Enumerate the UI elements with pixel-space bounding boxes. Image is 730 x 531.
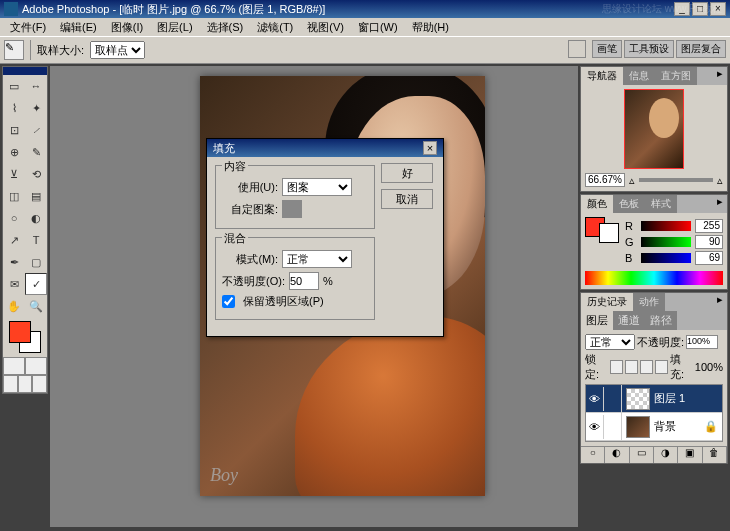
- color-bg-swatch[interactable]: [599, 223, 619, 243]
- opt-tab-layercomp[interactable]: 图层复合: [676, 40, 726, 58]
- tab-styles[interactable]: 样式: [645, 195, 677, 213]
- menu-image[interactable]: 图像(I): [105, 19, 149, 36]
- mode-select[interactable]: 正常: [282, 250, 352, 268]
- panel-menu-icon[interactable]: ▸: [713, 195, 727, 213]
- b-value[interactable]: 69: [695, 251, 723, 265]
- tool-zoom[interactable]: 🔍: [25, 295, 47, 317]
- sample-point-select[interactable]: 取样点: [90, 41, 145, 59]
- lock-pos-icon[interactable]: [640, 360, 653, 374]
- cancel-button[interactable]: 取消: [381, 189, 433, 209]
- tool-gradient[interactable]: ▤: [25, 185, 47, 207]
- layer-row[interactable]: 👁 背景 🔒: [586, 413, 722, 441]
- menu-layer[interactable]: 图层(L): [151, 19, 198, 36]
- r-slider[interactable]: [641, 221, 691, 231]
- nav-thumbnail[interactable]: [624, 89, 684, 169]
- tool-hand[interactable]: ✋: [3, 295, 25, 317]
- lock-all-icon[interactable]: [655, 360, 668, 374]
- layer-fx-icon[interactable]: ○: [581, 447, 605, 463]
- zoom-in-icon[interactable]: ▵: [717, 174, 723, 187]
- ok-button[interactable]: 好: [381, 163, 433, 183]
- menu-window[interactable]: 窗口(W): [352, 19, 404, 36]
- screen-standard[interactable]: [3, 375, 18, 393]
- subtab-paths[interactable]: 路径: [645, 311, 677, 330]
- tool-blur[interactable]: ○: [3, 207, 25, 229]
- tool-eyedrop[interactable]: ✓: [25, 273, 47, 295]
- tool-path[interactable]: ↗: [3, 229, 25, 251]
- menu-filter[interactable]: 滤镜(T): [251, 19, 299, 36]
- color-spectrum[interactable]: [585, 271, 723, 285]
- r-value[interactable]: 255: [695, 219, 723, 233]
- tool-dodge[interactable]: ◐: [25, 207, 47, 229]
- lock-trans-icon[interactable]: [610, 360, 623, 374]
- tool-type[interactable]: T: [25, 229, 47, 251]
- tab-history[interactable]: 历史记录: [581, 293, 633, 311]
- link-area[interactable]: [604, 385, 622, 412]
- panel-menu-icon[interactable]: ▸: [713, 67, 727, 85]
- link-area[interactable]: [604, 413, 622, 440]
- tool-stamp[interactable]: ⊻: [3, 163, 25, 185]
- tab-color[interactable]: 颜色: [581, 195, 613, 213]
- new-layer-icon[interactable]: ▣: [678, 447, 702, 463]
- tool-history[interactable]: ⟲: [25, 163, 47, 185]
- screen-full-menu[interactable]: [18, 375, 33, 393]
- mode-quickmask[interactable]: [25, 357, 47, 375]
- tool-pen[interactable]: ✒: [3, 251, 25, 273]
- tool-heal[interactable]: ⊕: [3, 141, 25, 163]
- fg-color-swatch[interactable]: [9, 321, 31, 343]
- layer-mask-icon[interactable]: ◐: [605, 447, 629, 463]
- layer-thumbnail[interactable]: [626, 416, 650, 438]
- menu-select[interactable]: 选择(S): [201, 19, 250, 36]
- tool-shape[interactable]: ▢: [25, 251, 47, 273]
- tool-eraser[interactable]: ◫: [3, 185, 25, 207]
- eye-icon[interactable]: 👁: [586, 415, 604, 439]
- b-slider[interactable]: [641, 253, 691, 263]
- tool-wand[interactable]: ✦: [25, 97, 47, 119]
- layer-name[interactable]: 图层 1: [654, 391, 685, 406]
- tab-actions[interactable]: 动作: [633, 293, 665, 311]
- layer-name[interactable]: 背景: [654, 419, 676, 434]
- adj-layer-icon[interactable]: ◑: [654, 447, 678, 463]
- zoom-out-icon[interactable]: ▵: [629, 174, 635, 187]
- blend-mode-select[interactable]: 正常: [585, 334, 635, 350]
- tool-marquee[interactable]: ▭: [3, 75, 25, 97]
- eye-icon[interactable]: 👁: [586, 387, 604, 411]
- tab-histogram[interactable]: 直方图: [655, 67, 697, 85]
- toolbox-grip[interactable]: [3, 67, 47, 75]
- subtab-channels[interactable]: 通道: [613, 311, 645, 330]
- menu-help[interactable]: 帮助(H): [406, 19, 455, 36]
- dialog-close-icon[interactable]: ×: [423, 141, 437, 155]
- zoom-value[interactable]: 66.67%: [585, 173, 625, 187]
- tool-slice[interactable]: ⟋: [25, 119, 47, 141]
- lock-pixel-icon[interactable]: [625, 360, 638, 374]
- tab-navigator[interactable]: 导航器: [581, 67, 623, 85]
- tab-info[interactable]: 信息: [623, 67, 655, 85]
- menu-view[interactable]: 视图(V): [301, 19, 350, 36]
- layer-thumbnail[interactable]: [626, 388, 650, 410]
- zoom-slider[interactable]: [639, 178, 713, 182]
- menu-edit[interactable]: 编辑(E): [54, 19, 103, 36]
- mode-standard[interactable]: [3, 357, 25, 375]
- delete-layer-icon[interactable]: 🗑: [703, 447, 727, 463]
- opt-tab-preset[interactable]: 工具预设: [624, 40, 674, 58]
- file-browser-icon[interactable]: [568, 40, 586, 58]
- layer-opacity-value[interactable]: 100%: [686, 335, 718, 349]
- tool-notes[interactable]: ✉: [3, 273, 25, 295]
- tab-swatches[interactable]: 色板: [613, 195, 645, 213]
- tool-lasso[interactable]: ⌇: [3, 97, 25, 119]
- pattern-picker[interactable]: [282, 200, 302, 218]
- preserve-trans-checkbox[interactable]: [222, 295, 235, 308]
- layer-set-icon[interactable]: ▭: [630, 447, 654, 463]
- current-tool-icon[interactable]: ✎: [4, 40, 24, 60]
- opacity-input[interactable]: [289, 272, 319, 290]
- use-select[interactable]: 图案: [282, 178, 352, 196]
- layer-fill-value[interactable]: 100%: [695, 361, 723, 373]
- tool-brush[interactable]: ✎: [25, 141, 47, 163]
- tool-crop[interactable]: ⊡: [3, 119, 25, 141]
- g-value[interactable]: 90: [695, 235, 723, 249]
- tool-move[interactable]: ↔: [25, 75, 47, 97]
- subtab-layers[interactable]: 图层: [581, 311, 613, 330]
- menu-file[interactable]: 文件(F): [4, 19, 52, 36]
- g-slider[interactable]: [641, 237, 691, 247]
- layer-row[interactable]: 👁 图层 1: [586, 385, 722, 413]
- panel-menu-icon[interactable]: ▸: [713, 293, 727, 311]
